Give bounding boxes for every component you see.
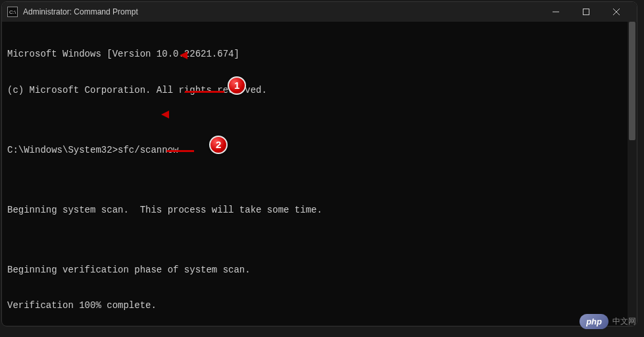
output-line: (c) Microsoft Corporation. All rights re…	[7, 84, 632, 96]
output-line: Verification 100% complete.	[7, 299, 632, 311]
close-icon	[613, 9, 620, 15]
minimize-icon	[553, 9, 559, 15]
output-line: Beginning system scan. This process will…	[7, 204, 632, 216]
output-line: Microsoft Windows [Version 10.0.22621.67…	[7, 48, 632, 60]
maximize-icon	[583, 9, 589, 15]
command-prompt-window: C:\ Administrator: Command Prompt Micros…	[1, 1, 637, 326]
watermark: php 中文网	[580, 314, 636, 329]
scrollbar-thumb[interactable]	[629, 22, 635, 140]
titlebar[interactable]: C:\ Administrator: Command Prompt	[2, 2, 637, 22]
watermark-text: 中文网	[612, 316, 636, 327]
svg-rect-1	[583, 9, 589, 15]
cmd-icon: C:\	[7, 7, 18, 17]
output-line: Beginning verification phase of system s…	[7, 264, 632, 276]
command-line: C:\Windows\System32>sfc/scannow	[7, 144, 632, 156]
close-button[interactable]	[601, 2, 632, 22]
minimize-button[interactable]	[541, 2, 571, 22]
window-title: Administrator: Command Prompt	[23, 7, 541, 16]
terminal-output[interactable]: Microsoft Windows [Version 10.0.22621.67…	[2, 22, 637, 326]
maximize-button[interactable]	[571, 2, 601, 22]
window-controls	[541, 2, 632, 22]
cmd-icon-text: C:\	[9, 9, 16, 15]
php-logo: php	[580, 314, 608, 329]
scrollbar[interactable]	[628, 22, 637, 326]
